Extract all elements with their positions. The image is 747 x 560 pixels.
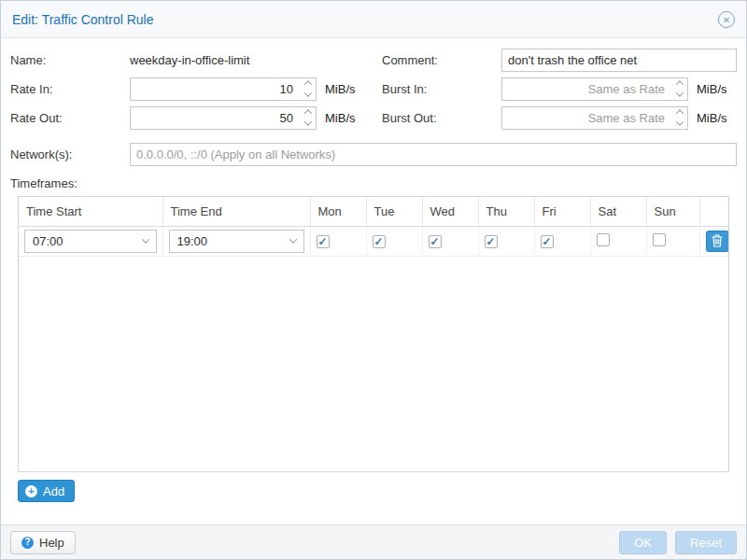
column-header-time-end[interactable]: Time End — [162, 197, 310, 226]
dialog-title: Edit: Traffic Control Rule — [12, 12, 153, 27]
chevron-down-icon — [141, 235, 148, 243]
rate-in-input[interactable] — [130, 77, 317, 101]
burst-out-row: Burst Out: MiB/s — [382, 105, 737, 130]
burst-in-unit: MiB/s — [697, 82, 727, 96]
name-value: weekday-in-office-limit — [130, 53, 249, 67]
rate-in-spinner — [130, 77, 317, 101]
chevron-down-icon — [289, 235, 296, 243]
column-header-time-start[interactable]: Time Start — [19, 197, 162, 226]
rate-in-spin-arrows[interactable] — [300, 78, 316, 100]
burst-out-spin-arrows[interactable] — [671, 107, 687, 129]
add-row: + Add — [18, 480, 737, 502]
day-checkbox-mon[interactable] — [317, 235, 330, 248]
day-checkbox-wed[interactable] — [429, 235, 442, 248]
column-header-sat[interactable]: Sat — [590, 197, 646, 226]
spinner-up-icon[interactable] — [303, 80, 311, 88]
dialog-body: Name: weekday-in-office-limit Rate In: — [1, 38, 746, 525]
column-header-actions — [699, 197, 728, 226]
spinner-up-icon[interactable] — [675, 109, 683, 117]
add-button-label: Add — [43, 484, 64, 498]
comment-row: Comment: — [382, 48, 737, 72]
timeframes-table: Time StartTime EndMonTueWedThuFriSatSun … — [18, 196, 729, 472]
burst-in-row: Burst In: MiB/s — [382, 77, 737, 101]
timeframes-label: Timeframes: — [10, 176, 737, 190]
edit-traffic-control-rule-dialog: Edit: Traffic Control Rule ✕ Name: weekd… — [0, 0, 747, 560]
close-icon[interactable]: ✕ — [718, 11, 735, 28]
form-left-column: Name: weekday-in-office-limit Rate In: — [10, 48, 365, 134]
burst-out-spinner — [501, 106, 688, 130]
add-button[interactable]: + Add — [18, 480, 75, 502]
dialog-footer: ? Help OK Reset — [1, 525, 746, 559]
time-start-combo-value: 07:00 — [33, 234, 63, 248]
burst-out-label: Burst Out: — [382, 111, 501, 125]
rate-in-label: Rate In: — [10, 82, 130, 96]
rate-out-spin-arrows[interactable] — [300, 107, 316, 129]
column-header-wed[interactable]: Wed — [422, 197, 478, 226]
column-header-thu[interactable]: Thu — [478, 197, 534, 226]
help-icon: ? — [21, 537, 34, 549]
spinner-up-icon[interactable] — [675, 80, 683, 88]
name-label: Name: — [10, 53, 130, 67]
rate-out-spinner — [130, 106, 317, 130]
day-checkbox-fri[interactable] — [541, 235, 554, 248]
burst-in-input[interactable] — [501, 77, 688, 101]
day-checkbox-sat[interactable] — [597, 233, 610, 246]
time-end-combo-value: 19:00 — [177, 234, 208, 248]
day-checkbox-tue[interactable] — [373, 235, 386, 248]
spinner-up-icon[interactable] — [303, 109, 311, 117]
comment-label: Comment: — [382, 53, 501, 67]
dialog-titlebar: Edit: Traffic Control Rule ✕ — [1, 1, 746, 38]
networks-label: Network(s): — [10, 147, 130, 161]
networks-input[interactable] — [130, 143, 737, 166]
ok-button[interactable]: OK — [619, 531, 667, 554]
delete-row-button[interactable] — [706, 231, 729, 252]
rate-in-unit: MiB/s — [325, 82, 356, 96]
name-row: Name: weekday-in-office-limit — [10, 48, 365, 72]
spinner-down-icon[interactable] — [303, 89, 311, 96]
timeframes-header-row: Time StartTime EndMonTueWedThuFriSatSun — [19, 197, 728, 226]
spinner-down-icon[interactable] — [303, 118, 311, 125]
networks-row: Network(s): — [10, 142, 737, 166]
spinner-down-icon[interactable] — [675, 89, 683, 96]
trash-icon — [712, 234, 723, 247]
rate-out-row: Rate Out: MiB/s — [10, 105, 365, 130]
burst-in-label: Burst In: — [382, 82, 501, 96]
form-grid: Name: weekday-in-office-limit Rate In: — [10, 48, 737, 134]
rate-out-unit: MiB/s — [325, 111, 356, 125]
burst-in-spin-arrows[interactable] — [671, 78, 687, 100]
timeframe-row: 07:0019:00 — [19, 226, 728, 256]
day-checkbox-thu[interactable] — [485, 235, 498, 248]
time-end-combo[interactable]: 19:00 — [169, 230, 304, 253]
help-button-label: Help — [39, 536, 64, 550]
column-header-tue[interactable]: Tue — [366, 197, 422, 226]
time-start-combo[interactable]: 07:00 — [24, 230, 157, 253]
burst-in-spinner — [501, 77, 688, 101]
comment-input[interactable] — [501, 49, 737, 72]
plus-icon: + — [25, 485, 37, 497]
spinner-down-icon[interactable] — [675, 118, 683, 125]
column-header-sun[interactable]: Sun — [646, 197, 699, 226]
reset-button[interactable]: Reset — [675, 531, 737, 554]
rate-in-row: Rate In: MiB/s — [10, 77, 365, 101]
form-right-column: Comment: Burst In: — [382, 48, 737, 134]
help-button[interactable]: ? Help — [10, 531, 76, 554]
column-header-fri[interactable]: Fri — [534, 197, 590, 226]
burst-out-unit: MiB/s — [697, 111, 727, 125]
burst-out-input[interactable] — [501, 106, 688, 130]
timeframes-body: 07:0019:00 — [19, 226, 728, 256]
rate-out-label: Rate Out: — [10, 111, 130, 125]
day-checkbox-sun[interactable] — [653, 233, 666, 246]
column-header-mon[interactable]: Mon — [310, 197, 366, 226]
rate-out-input[interactable] — [130, 106, 317, 130]
